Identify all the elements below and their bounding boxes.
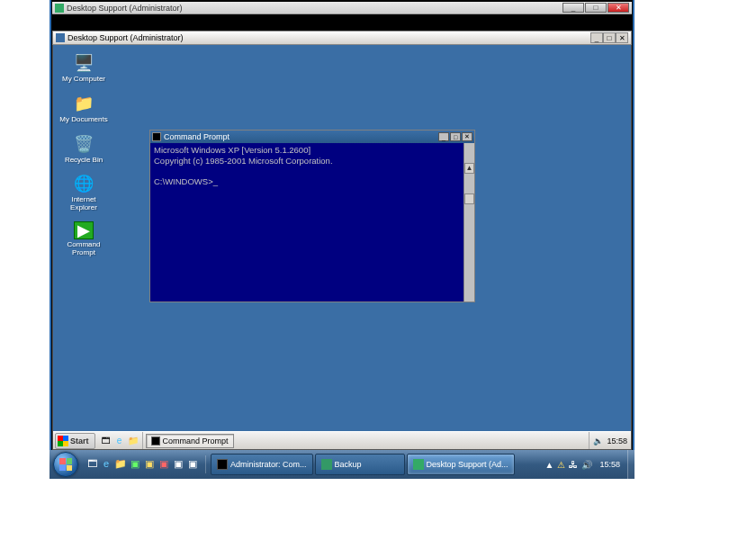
scroll-track[interactable] — [464, 224, 474, 302]
inner-minimize-button[interactable]: _ — [590, 32, 603, 43]
cmd-shortcut-icon: ▶ — [74, 221, 94, 239]
desktop-icon-label: Recycle Bin — [58, 157, 109, 165]
outer-maximize-button[interactable]: □ — [585, 3, 607, 13]
cmd-icon — [151, 436, 160, 446]
desktop-icon-command-prompt[interactable]: ▶ Command Prompt — [58, 221, 109, 257]
outer-minimize-button[interactable]: _ — [562, 3, 584, 13]
taskbar-separator — [205, 455, 206, 473]
desktop-icon-my-computer[interactable]: 🖥️ My Computer — [58, 52, 109, 84]
outer-window-titlebar: Desktop Support (Administrator) _ □ ✕ — [52, 2, 632, 14]
desktop-icon-internet-explorer[interactable]: 🌐 Internet Explorer — [58, 173, 109, 212]
host-clock[interactable]: 15:58 — [596, 461, 624, 469]
xp-quick-launch: 🗔 e 📁 — [97, 432, 143, 449]
host-taskbar: 🗔 e 📁 ▣ ▣ ▣ ▣ ▣ Administrator: Com... Ba… — [50, 450, 634, 479]
host-task-backup[interactable]: Backup — [315, 454, 405, 475]
cmd-line-2: Copyright (c) 1985-2001 Microsoft Corpor… — [154, 156, 333, 166]
tray-network-icon[interactable]: 🖧 — [569, 460, 578, 470]
ql-show-desktop-icon[interactable]: 🗔 — [101, 436, 112, 446]
computer-icon: 🖥️ — [71, 52, 96, 74]
command-prompt-body[interactable]: Microsoft Windows XP [Version 5.1.2600] … — [150, 143, 474, 302]
trash-icon: 🗑️ — [71, 133, 96, 155]
outer-window-title: Desktop Support (Administrator) — [67, 4, 183, 13]
host-task-label: Backup — [335, 460, 362, 469]
tray-chevron-icon[interactable]: ▲ — [545, 460, 554, 470]
xp-start-button[interactable]: Start — [55, 433, 95, 449]
outer-close-button[interactable]: ✕ — [608, 3, 629, 13]
inner-window-titlebar: Desktop Support (Administrator) _ □ ✕ — [52, 31, 632, 45]
remote-icon — [413, 459, 424, 470]
windows-orb-icon — [59, 458, 72, 471]
ql-icon[interactable]: ▣ — [158, 458, 170, 471]
desktop-icon-recycle-bin[interactable]: 🗑️ Recycle Bin — [58, 133, 109, 165]
scroll-up-button[interactable]: ▲ — [464, 163, 474, 174]
outer-window-icon — [55, 4, 64, 13]
folder-icon: 📁 — [71, 93, 96, 114]
host-task-label: Desktop Support (Ad... — [427, 460, 508, 469]
backup-icon — [321, 459, 332, 470]
inner-window-icon — [56, 33, 65, 42]
tray-volume-icon[interactable]: 🔊 — [581, 460, 592, 470]
tray-shield-icon[interactable]: ⚠ — [557, 460, 565, 470]
ql-icon[interactable]: ▣ — [143, 458, 156, 471]
xp-task-label: Command Prompt — [163, 436, 229, 446]
volume-icon[interactable]: 🔈 — [593, 436, 603, 446]
desktop-icon-label: Internet Explorer — [58, 196, 109, 212]
cmd-prompt: C:\WINDOWS> — [154, 176, 213, 186]
command-prompt-title: Command Prompt — [164, 132, 230, 141]
inner-window-title: Desktop Support (Administrator) — [68, 33, 184, 42]
xp-system-tray: 🔈 15:58 — [589, 432, 631, 449]
ql-icon[interactable]: 📁 — [114, 458, 127, 471]
host-task-desktop-support[interactable]: Desktop Support (Ad... — [407, 454, 515, 475]
host-start-button[interactable] — [53, 452, 78, 477]
ql-icon[interactable]: ▣ — [172, 458, 184, 471]
xp-taskbar-task-cmd[interactable]: Command Prompt — [146, 434, 234, 448]
show-desktop-button[interactable] — [627, 450, 634, 479]
ql-icon[interactable]: ▣ — [129, 458, 141, 471]
desktop-icon-my-documents[interactable]: 📁 My Documents — [58, 93, 109, 124]
remote-desktop-viewport: Desktop Support (Administrator) _ □ ✕ 🖥️… — [52, 31, 632, 450]
cmd-close-button[interactable]: ✕ — [462, 132, 472, 141]
host-task-label: Administrator: Com... — [230, 460, 307, 469]
xp-desktop[interactable]: 🖥️ My Computer 📁 My Documents 🗑️ Recycle… — [52, 45, 632, 450]
host-quick-launch: 🗔 e 📁 ▣ ▣ ▣ ▣ ▣ — [82, 458, 202, 471]
ql-ie-icon[interactable]: e — [114, 436, 125, 446]
cmd-scrollbar[interactable]: ▲ ▼ — [464, 143, 474, 302]
xp-clock[interactable]: 15:58 — [607, 436, 627, 446]
ie-icon: 🌐 — [71, 173, 96, 194]
windows-flag-icon — [58, 436, 68, 446]
cmd-icon — [217, 459, 228, 470]
xp-taskbar: Start 🗔 e 📁 Command Prompt 🔈 15:58 — [53, 431, 631, 449]
desktop-icon-label: My Computer — [58, 76, 109, 84]
desktop-icon-label: My Documents — [58, 116, 109, 124]
cmd-line-1: Microsoft Windows XP [Version 5.1.2600] — [154, 145, 310, 155]
ql-explorer-icon[interactable]: 📁 — [128, 436, 139, 446]
host-system-tray: ▲ ⚠ 🖧 🔊 15:58 — [542, 460, 627, 470]
desktop-icons-column: 🖥️ My Computer 📁 My Documents 🗑️ Recycle… — [58, 52, 112, 266]
cmd-minimize-button[interactable]: _ — [438, 132, 449, 141]
ql-icon[interactable]: ▣ — [186, 458, 199, 471]
scroll-thumb[interactable] — [464, 194, 474, 204]
xp-start-label: Start — [70, 436, 89, 446]
command-prompt-window[interactable]: Command Prompt _ □ ✕ Microsoft Windows X… — [149, 130, 475, 302]
ql-ie-icon[interactable]: e — [100, 458, 112, 471]
inner-close-button[interactable]: ✕ — [616, 32, 628, 43]
host-task-admin-cmd[interactable]: Administrator: Com... — [211, 454, 313, 475]
inner-maximize-button[interactable]: □ — [603, 32, 616, 43]
desktop-icon-label: Command Prompt — [58, 241, 109, 257]
ql-icon[interactable]: 🗔 — [86, 458, 98, 471]
cmd-icon — [152, 132, 161, 141]
cmd-maximize-button[interactable]: □ — [450, 132, 461, 141]
cmd-cursor: _ — [213, 176, 218, 186]
command-prompt-titlebar[interactable]: Command Prompt _ □ ✕ — [150, 130, 474, 143]
